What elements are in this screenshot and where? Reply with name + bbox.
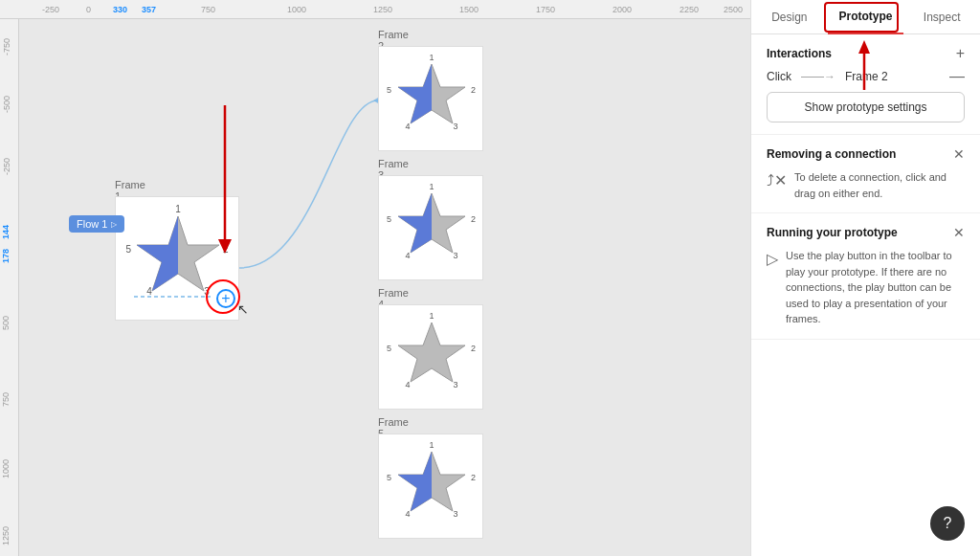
frame5-box[interactable]: 1 2 3 4 5 xyxy=(378,434,483,539)
play-icon: ▷ xyxy=(111,220,117,229)
frame2-box[interactable]: 1 2 3 4 5 xyxy=(378,46,483,151)
help-button[interactable]: ? xyxy=(930,506,965,541)
canvas-area: -250 0 330 357 750 1000 1250 1500 1750 2… xyxy=(0,0,750,556)
destination-frame-label: Frame 2 xyxy=(845,70,888,83)
running-prototype-text: Use the play button in the toolbar to pl… xyxy=(786,248,965,327)
running-prototype-close-button[interactable]: ✕ xyxy=(953,225,965,240)
right-panel: Design Prototype Inspect Interactions + … xyxy=(750,0,980,556)
svg-text:4: 4 xyxy=(146,286,152,297)
interaction-row: Click ——→ Frame 2 — xyxy=(767,69,965,84)
frame5-star: 1 2 3 4 5 xyxy=(379,434,484,540)
running-prototype-title: Running your prototype xyxy=(767,226,898,239)
svg-text:2: 2 xyxy=(471,473,476,482)
svg-text:3: 3 xyxy=(453,251,457,260)
ruler-mark-active: 357 xyxy=(142,5,156,14)
remove-interaction-button[interactable]: — xyxy=(949,69,965,84)
show-prototype-settings-button[interactable]: Show prototype settings xyxy=(767,92,965,122)
ruler-mark: -250 xyxy=(2,158,11,175)
svg-text:3: 3 xyxy=(453,509,457,519)
ruler-mark: 2000 xyxy=(612,5,632,14)
removing-connection-text: To delete a connection, click and drag o… xyxy=(794,169,965,201)
frame4-star: 1 2 3 4 5 xyxy=(379,305,484,411)
svg-text:1: 1 xyxy=(429,182,434,191)
running-prototype-header: Running your prototype ✕ xyxy=(767,225,965,240)
svg-text:2: 2 xyxy=(471,344,476,353)
svg-marker-15 xyxy=(398,193,432,253)
removing-connection-close-button[interactable]: ✕ xyxy=(953,146,965,162)
removing-connection-content: ⤴✕ To delete a connection, click and dra… xyxy=(767,169,965,201)
tab-design[interactable]: Design xyxy=(751,0,828,33)
removing-connection-header: Removing a connection ✕ xyxy=(767,146,965,162)
svg-marker-28 xyxy=(398,452,432,511)
svg-text:5: 5 xyxy=(125,244,131,255)
interactions-title: Interactions xyxy=(767,47,832,60)
svg-text:1: 1 xyxy=(429,53,434,62)
running-prototype-content: ▷ Use the play button in the toolbar to … xyxy=(767,248,965,327)
svg-text:4: 4 xyxy=(405,380,410,389)
svg-text:4: 4 xyxy=(405,251,410,260)
svg-text:4: 4 xyxy=(405,509,410,519)
ruler-mark-active: 330 xyxy=(113,5,127,14)
interactions-section: Interactions + Click ——→ Frame 2 — Show … xyxy=(751,34,980,135)
frame3-box[interactable]: 1 2 3 4 5 xyxy=(378,175,483,280)
ruler-mark: 750 xyxy=(201,5,215,14)
connection-icon: ⤴✕ xyxy=(767,171,787,189)
ruler-mark-active: 144 xyxy=(1,225,11,239)
ruler-mark: -250 xyxy=(42,5,59,14)
cursor-arrow-icon: ↖ xyxy=(237,301,249,317)
ruler-mark: 1750 xyxy=(536,5,555,14)
svg-text:1: 1 xyxy=(429,311,434,321)
arrow-separator: ——→ xyxy=(801,70,835,83)
ruler-mark: 2500 xyxy=(724,5,743,14)
svg-text:5: 5 xyxy=(387,85,391,95)
svg-text:2: 2 xyxy=(471,214,476,224)
canvas-content: Flow 1 ▷ Frame 1 1 2 3 4 5 xyxy=(19,19,750,556)
play-prototype-icon: ▷ xyxy=(767,250,778,268)
svg-text:5: 5 xyxy=(387,344,391,353)
svg-text:5: 5 xyxy=(387,214,391,224)
ruler-left: -750 -500 -250 144 178 500 750 1000 1250 xyxy=(0,19,19,556)
panel-tabs: Design Prototype Inspect xyxy=(751,0,980,34)
interactions-header: Interactions + xyxy=(767,46,965,61)
svg-text:3: 3 xyxy=(453,122,457,131)
plus-cursor-icon: + xyxy=(216,289,235,308)
flow-badge[interactable]: Flow 1 ▷ xyxy=(69,215,124,233)
ruler-mark: 1000 xyxy=(287,5,306,14)
svg-text:2: 2 xyxy=(223,244,229,255)
ruler-mark: 1500 xyxy=(459,5,479,14)
removing-connection-title: Removing a connection xyxy=(767,147,896,161)
svg-text:1: 1 xyxy=(175,204,181,214)
frame3-star: 1 2 3 4 5 xyxy=(379,176,484,281)
svg-text:3: 3 xyxy=(453,380,457,389)
svg-marker-1 xyxy=(137,216,178,291)
ruler-mark: 1250 xyxy=(1,526,11,545)
tab-inspect[interactable]: Inspect xyxy=(903,0,980,33)
click-trigger-label: Click xyxy=(767,70,791,83)
svg-marker-8 xyxy=(398,64,432,123)
ruler-mark: 500 xyxy=(1,316,11,330)
tab-prototype[interactable]: Prototype xyxy=(828,1,904,34)
svg-text:1: 1 xyxy=(429,440,434,450)
frame2-star: 1 2 3 4 5 xyxy=(379,47,484,152)
ruler-mark: 2250 xyxy=(679,5,699,14)
ruler-mark-active: 178 xyxy=(1,249,11,263)
running-prototype-box: Running your prototype ✕ ▷ Use the play … xyxy=(751,213,980,340)
svg-marker-21 xyxy=(398,322,465,382)
ruler-mark: 750 xyxy=(1,392,11,407)
svg-text:4: 4 xyxy=(405,122,410,131)
ruler-mark: 1250 xyxy=(373,5,392,14)
ruler-mark: -750 xyxy=(2,38,11,56)
frame4-box[interactable]: 1 2 3 4 5 xyxy=(378,304,483,410)
removing-connection-box: Removing a connection ✕ ⤴✕ To delete a c… xyxy=(751,135,980,213)
ruler-mark: 0 xyxy=(86,5,91,14)
add-interaction-button[interactable]: + xyxy=(956,46,965,61)
svg-text:5: 5 xyxy=(387,473,391,482)
ruler-mark: -500 xyxy=(2,96,11,113)
flow-badge-label: Flow 1 xyxy=(77,218,107,230)
ruler-mark: 1000 xyxy=(1,459,11,478)
ruler-top: -250 0 330 357 750 1000 1250 1500 1750 2… xyxy=(0,0,750,19)
svg-text:2: 2 xyxy=(471,85,476,95)
